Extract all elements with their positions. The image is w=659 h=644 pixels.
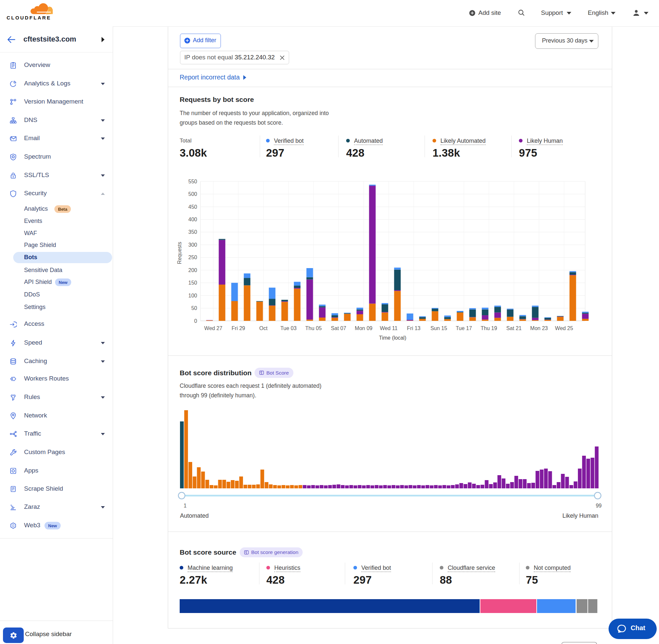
svg-text:Tue 17: Tue 17	[455, 325, 472, 331]
svg-text:Likely Human: Likely Human	[562, 512, 598, 519]
svg-text:Sun 15: Sun 15	[430, 325, 447, 331]
svg-text:100: 100	[188, 293, 197, 298]
svg-text:450: 450	[188, 204, 197, 210]
svg-text:Oct: Oct	[259, 325, 268, 331]
svg-text:Thu 05: Thu 05	[305, 325, 322, 331]
svg-text:1: 1	[184, 503, 187, 508]
svg-text:200: 200	[188, 268, 197, 273]
svg-text:Fri 13: Fri 13	[407, 325, 421, 331]
svg-text:400: 400	[188, 217, 197, 222]
svg-text:Fri 29: Fri 29	[232, 325, 245, 331]
svg-text:Sat 21: Sat 21	[507, 325, 521, 331]
svg-text:Requests: Requests	[177, 242, 182, 264]
svg-text:Thu 19: Thu 19	[481, 325, 497, 331]
svg-text:Wed 25: Wed 25	[555, 325, 573, 331]
svg-text:550: 550	[188, 179, 197, 184]
svg-text:0: 0	[194, 318, 197, 324]
svg-text:Wed 11: Wed 11	[380, 325, 398, 331]
svg-text:500: 500	[188, 191, 197, 197]
svg-text:Tue 03: Tue 03	[280, 325, 297, 331]
svg-text:Mon 23: Mon 23	[530, 325, 547, 331]
svg-text:250: 250	[188, 255, 197, 260]
svg-text:Time (local): Time (local)	[379, 335, 406, 341]
svg-text:300: 300	[188, 242, 197, 248]
svg-text:Wed 27: Wed 27	[204, 325, 222, 331]
svg-text:Mon 09: Mon 09	[355, 325, 372, 331]
svg-text:Automated: Automated	[180, 512, 209, 519]
svg-text:50: 50	[191, 305, 197, 311]
svg-text:Sat 07: Sat 07	[331, 325, 346, 331]
svg-text:150: 150	[188, 280, 197, 285]
svg-text:350: 350	[188, 229, 197, 235]
svg-text:99: 99	[596, 503, 602, 508]
